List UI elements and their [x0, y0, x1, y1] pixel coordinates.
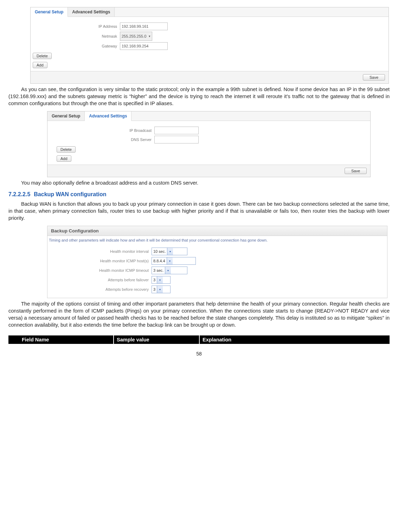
paragraph-backup-wan-intro: Backup WAN is function that allows you t…: [8, 200, 390, 222]
save-button[interactable]: Save: [363, 74, 385, 81]
recovery-attempts-label: Attempts before recovery: [47, 287, 152, 291]
ip-broadcast-input[interactable]: [154, 127, 199, 134]
form-area: IP Address Netmask 255.255.255.0 Gateway…: [31, 17, 389, 71]
ip-address-input[interactable]: [120, 23, 168, 30]
save-button-2[interactable]: Save: [345, 168, 367, 174]
chevron-down-icon: ▾: [165, 267, 171, 274]
page-number: 58: [8, 351, 390, 357]
save-bar-2: Save: [47, 165, 370, 177]
ip-broadcast-label: IP Broadcast: [47, 128, 154, 133]
failover-attempts-select[interactable]: 3▾: [152, 276, 171, 284]
ip-address-label: IP Address: [31, 24, 120, 28]
tab-general-setup-2[interactable]: General Setup: [47, 111, 85, 121]
netmask-select[interactable]: 255.255.255.0: [120, 32, 152, 41]
tab-advanced-settings[interactable]: Advanced Settings: [68, 7, 115, 17]
icmp-timeout-label: Health monitor ICMP timeout: [47, 268, 152, 273]
delete-button-2[interactable]: Delete: [57, 146, 76, 153]
backup-config-panel: Backup Configuration Timing and other pa…: [47, 226, 387, 298]
section-title: Backup WAN configuration: [34, 191, 106, 197]
field-table-header: Field Name Sample value Explanation: [8, 335, 390, 344]
backup-config-title: Backup Configuration: [47, 226, 387, 236]
ip-alias-advanced-panel: General Setup Advanced Settings IP Broad…: [47, 111, 371, 177]
paragraph-broadcast-dns: You may also optionally define a broadca…: [8, 179, 390, 186]
health-interval-label: Health monitor interval: [47, 249, 152, 254]
paragraph-health-checks: The majority of the options consist of t…: [8, 300, 390, 328]
netmask-label: Netmask: [31, 34, 120, 38]
section-number: 7.2.2.2.5: [8, 191, 30, 197]
section-heading-backup-wan: 7.2.2.2.5Backup WAN configuration: [8, 191, 390, 198]
dns-server-input[interactable]: [154, 136, 199, 143]
delete-button[interactable]: Delete: [33, 53, 52, 59]
table-head-field-name: Field Name: [19, 335, 114, 344]
save-bar: Save: [31, 71, 389, 83]
tabs-bar-2: General Setup Advanced Settings: [47, 111, 370, 121]
gateway-label: Gateway: [31, 44, 120, 48]
add-button[interactable]: Add: [33, 62, 47, 68]
backup-config-description: Timing and other parameters will indicat…: [47, 236, 387, 246]
paragraph-static-protocol: As you can see, the configuration is ver…: [8, 86, 390, 107]
chevron-down-icon: ▾: [167, 248, 173, 255]
dns-server-label: DNS Server: [47, 137, 154, 142]
failover-attempts-label: Attempts before failover: [47, 278, 152, 282]
icmp-timeout-select[interactable]: 3 sec.▾: [152, 267, 187, 274]
icmp-hosts-select[interactable]: 8.8.4.4▾: [152, 257, 196, 265]
gateway-input[interactable]: [120, 42, 168, 50]
health-interval-select[interactable]: 10 sec.▾: [152, 248, 187, 255]
ip-alias-general-panel: General Setup Advanced Settings IP Addre…: [30, 7, 389, 84]
form-area-2: IP Broadcast DNS Server Delete Add: [47, 121, 370, 165]
icmp-hosts-label: Health monitor ICMP host(s): [47, 259, 152, 263]
tab-advanced-settings-2[interactable]: Advanced Settings: [85, 111, 131, 121]
table-head-explanation: Explanation: [200, 335, 390, 344]
table-head-sample-value: Sample value: [114, 335, 200, 344]
table-head-lead: [8, 335, 19, 344]
chevron-down-icon: ▾: [167, 257, 173, 264]
tabs-bar: General Setup Advanced Settings: [31, 7, 389, 17]
chevron-down-icon: ▾: [157, 286, 163, 293]
recovery-attempts-select[interactable]: 3▾: [152, 286, 171, 293]
chevron-down-icon: ▾: [157, 276, 163, 283]
add-button-2[interactable]: Add: [57, 155, 71, 162]
tab-general-setup[interactable]: General Setup: [31, 7, 68, 17]
